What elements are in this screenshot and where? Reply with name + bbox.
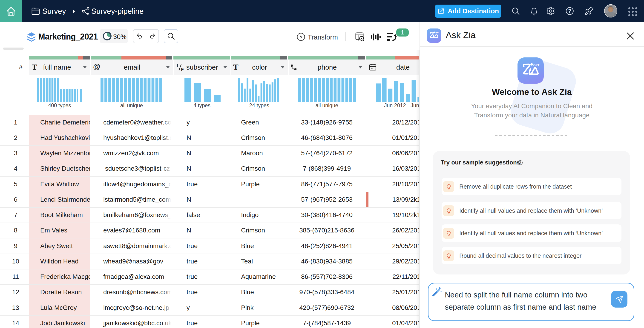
svg-text:GPT: GPT bbox=[436, 32, 439, 33]
svg-text:GPT: GPT bbox=[533, 63, 539, 67]
svg-text:T: T bbox=[176, 63, 179, 68]
svg-text:F: F bbox=[181, 67, 184, 72]
